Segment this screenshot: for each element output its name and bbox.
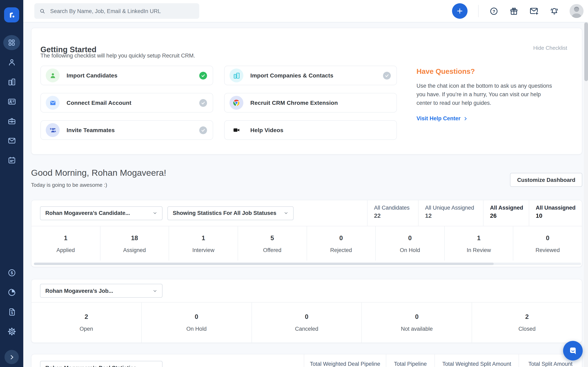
stage-open[interactable]: 2Open: [31, 303, 142, 343]
stage-interview[interactable]: 1Interview: [169, 226, 238, 261]
stage-in-review[interactable]: 1In Review: [445, 226, 513, 261]
job-owner-dropdown[interactable]: Rohan Mogaveera’s Job...: [40, 284, 163, 298]
checklist-item-help-videos[interactable]: Help Videos: [224, 120, 397, 140]
deal-header-total-weighted-pipeline[interactable]: Total Weighted Deal Pipeline: [304, 354, 386, 367]
dashboard-content: Getting Started The following checklist …: [23, 22, 588, 367]
recruit-crm-logo[interactable]: [4, 7, 19, 22]
sidebar-item-settings[interactable]: [3, 324, 20, 339]
deal-statistics-panel: Rohan Mogaveera’s Deal Statistics Total …: [31, 354, 582, 367]
invoice-document-icon: $: [7, 307, 16, 316]
deal-header-total-pipeline[interactable]: Total Pipeline: [386, 354, 434, 367]
stage-label: Closed: [472, 326, 582, 332]
stage-rejected[interactable]: 0Rejected: [307, 226, 376, 261]
checklist-item-import-candidates[interactable]: Import Candidates: [40, 66, 213, 85]
briefcase-icon: [7, 117, 16, 125]
logo-r-icon: [7, 10, 16, 19]
summary-value: 26: [490, 212, 529, 219]
stage-label: Offered: [238, 247, 306, 253]
envelope-plus-icon: [529, 6, 539, 16]
greeting-block: Good Morning, Rohan Mogaveera! Today is …: [31, 168, 166, 188]
stage-label: On Hold: [142, 326, 251, 332]
visit-help-center-link[interactable]: Visit Help Center: [416, 115, 557, 122]
plus-icon: [456, 7, 464, 15]
job-status-filter-value: Showing Statistics For All Job Statuses: [173, 210, 277, 216]
stage-value: 0: [142, 313, 251, 320]
deal-header-total-weighted-split[interactable]: Total Weighted Split Amount: [434, 354, 519, 367]
stage-label: On Hold: [376, 247, 444, 253]
envelope-icon: [7, 136, 16, 145]
stage-value: 0: [252, 313, 362, 320]
sidebar-item-companies[interactable]: [3, 74, 20, 89]
have-questions-panel: Have Questions? Use the chat icon at the…: [416, 67, 557, 122]
deal-owner-dropdown[interactable]: Rohan Mogaveera’s Deal Statistics: [40, 361, 163, 367]
stage-closed[interactable]: 2Closed: [472, 303, 582, 343]
help-button[interactable]: ?: [489, 6, 499, 16]
stage-label: Rejected: [307, 247, 375, 253]
vertical-scrollbar-track[interactable]: [584, 22, 588, 367]
quick-add-button[interactable]: [452, 3, 467, 19]
user-avatar[interactable]: [570, 4, 584, 18]
stage-canceled[interactable]: 0Canceled: [252, 303, 362, 343]
summary-all-unassigned[interactable]: All Unassigned 10: [529, 200, 582, 226]
greeting-subtitle: Today is going to be awesome :): [31, 182, 166, 188]
topbar: ?: [23, 0, 588, 22]
svg-text:$: $: [10, 270, 13, 275]
chat-widget-button[interactable]: [563, 341, 583, 360]
candidate-statistics-panel: Rohan Mogaveera’s Candidate... Showing S…: [31, 200, 582, 267]
sidebar-item-calendar[interactable]: [3, 152, 20, 167]
stage-reviewed[interactable]: 0Reviewed: [513, 226, 582, 261]
checklist-item-chrome-extension[interactable]: Recruit CRM Chrome Extension: [224, 93, 397, 113]
dashboard-grid-icon: [7, 38, 16, 47]
gift-icon: [509, 6, 519, 16]
sidebar-item-contacts[interactable]: [3, 94, 20, 109]
checklist-item-connect-email[interactable]: Connect Email Account: [40, 93, 213, 113]
chevron-down-icon: [153, 366, 157, 367]
stage-on-hold[interactable]: 0On Hold: [142, 303, 252, 343]
getting-started-checklist: Import Candidates Import Companies & Con…: [40, 66, 397, 140]
stage-offered[interactable]: 5Offered: [238, 226, 307, 261]
checklist-item-import-companies[interactable]: Import Companies & Contacts: [224, 66, 397, 85]
job-status-filter-dropdown[interactable]: Showing Statistics For All Job Statuses: [167, 206, 294, 220]
summary-value: 12: [425, 212, 483, 219]
horizontal-scrollbar-track[interactable]: [34, 263, 581, 265]
checklist-item-label: Import Companies & Contacts: [250, 72, 333, 79]
horizontal-scrollbar-thumb[interactable]: [34, 263, 493, 265]
stage-label: Assigned: [100, 247, 169, 253]
compose-email-button[interactable]: [529, 6, 539, 16]
sidebar-item-reports[interactable]: [3, 285, 20, 300]
sidebar-item-deals[interactable]: $: [3, 265, 20, 280]
summary-all-assigned[interactable]: All Assigned 26: [483, 200, 529, 226]
candidate-owner-dropdown[interactable]: Rohan Mogaveera’s Candidate...: [40, 206, 163, 220]
checklist-item-invite-teammates[interactable]: Invite Teammates: [40, 120, 213, 140]
vertical-scrollbar-thumb[interactable]: [584, 22, 588, 81]
sidebar-item-dashboard[interactable]: [3, 35, 20, 50]
notifications-button[interactable]: [550, 6, 559, 16]
rewards-button[interactable]: [509, 6, 519, 16]
summary-all-candidates[interactable]: All Candidates 22: [367, 200, 418, 226]
candidate-filters-row: Rohan Mogaveera’s Candidate... Showing S…: [31, 200, 582, 226]
stage-assigned[interactable]: 18Assigned: [100, 226, 169, 261]
sidebar-item-jobs[interactable]: [3, 113, 20, 128]
job-owner-dropdown-value: Rohan Mogaveera’s Job...: [45, 288, 113, 294]
hide-checklist-link[interactable]: Hide Checklist: [533, 45, 567, 51]
summary-all-unique-assigned[interactable]: All Unique Assigned 12: [418, 200, 483, 226]
app-window: $ $: [0, 0, 588, 367]
sidebar-collapse-button[interactable]: [4, 350, 19, 364]
svg-text:$: $: [11, 311, 13, 314]
sidebar-item-emails[interactable]: [3, 133, 20, 148]
chevron-down-icon: [153, 289, 157, 293]
sidebar-item-candidates[interactable]: [3, 55, 20, 70]
stage-applied[interactable]: 1Applied: [31, 226, 100, 261]
global-search[interactable]: [34, 3, 199, 19]
customize-dashboard-button[interactable]: Customize Dashboard: [510, 173, 582, 187]
sidebar-item-invoices[interactable]: $: [3, 304, 20, 319]
chevron-down-icon: [284, 211, 288, 215]
stage-not-available[interactable]: 0Not available: [362, 303, 472, 343]
chevron-right-icon: [8, 354, 15, 360]
chevron-right-icon: [463, 116, 468, 121]
stage-value: 5: [238, 234, 306, 242]
summary-label: All Assigned: [490, 205, 529, 211]
status-check-done-icon: [199, 72, 207, 79]
search-input[interactable]: [49, 8, 194, 15]
stage-on-hold[interactable]: 0On Hold: [376, 226, 444, 261]
